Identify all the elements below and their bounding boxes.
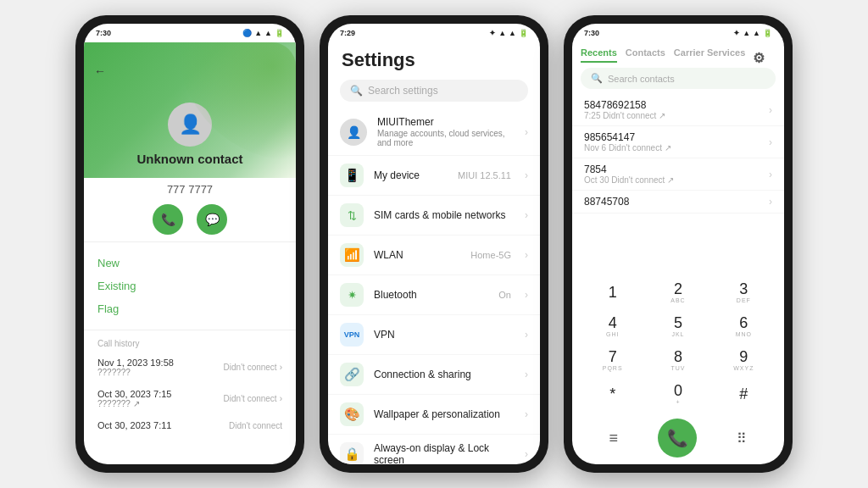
dialer-pad: 1 2 ABC 3 DEF 4 GHI 5 JKL 6 MNO bbox=[572, 273, 784, 413]
dialer-screen: 7:30 ✦ ▲ ▲ 🔋 ⚙ Recents Contacts Carrier … bbox=[572, 24, 784, 464]
settings-label-wlan: WLAN bbox=[374, 249, 460, 261]
recent-list: 58478692158 7:25 Didn't connect ↗ › 9856… bbox=[572, 94, 784, 273]
contact-links: New Existing Flag bbox=[84, 246, 296, 326]
settings-label-sim: SIM cards & mobile networks bbox=[374, 209, 515, 221]
recent-item-0[interactable]: 58478692158 7:25 Didn't connect ↗ › bbox=[572, 94, 784, 126]
bluetooth-value: On bbox=[498, 290, 511, 300]
bt-icon-3: ✦ bbox=[733, 29, 740, 37]
divider-1 bbox=[84, 241, 296, 242]
gear-button[interactable]: ⚙ bbox=[745, 44, 772, 71]
call-button[interactable]: 📞 bbox=[153, 204, 183, 235]
call-date-2: Oct 30, 2023 7:11 bbox=[97, 420, 171, 430]
call-button-dialer[interactable]: 📞 bbox=[658, 419, 697, 458]
settings-item-device[interactable]: 📱 My device MIUI 12.5.11 › bbox=[328, 156, 540, 196]
dialer-bottom: ≡ 📞 ⠿ bbox=[572, 413, 784, 464]
dial-key-8[interactable]: 8 TUV bbox=[646, 344, 709, 376]
settings-label-bluetooth: Bluetooth bbox=[374, 289, 488, 301]
settings-label-lock: Always-on display & Lock screen bbox=[374, 442, 515, 464]
phone-1: 7:30 🔵 ▲ ▲ 🔋 ← 👤 Unknown contact 777 777… bbox=[75, 15, 304, 473]
wifi-icon-3: ▲ bbox=[753, 29, 760, 37]
dial-key-star[interactable]: * bbox=[581, 378, 644, 410]
contact-name: Unknown contact bbox=[136, 152, 242, 166]
menu-icon[interactable]: ≡ bbox=[609, 430, 619, 447]
status-icons-1: 🔵 ▲ ▲ 🔋 bbox=[242, 29, 284, 37]
message-button[interactable]: 💬 bbox=[197, 204, 227, 235]
recent-item-2[interactable]: 7854 Oct 30 Didn't connect ↗ › bbox=[572, 158, 784, 191]
recent-item-3[interactable]: 88745708 › bbox=[572, 191, 784, 214]
dial-key-3[interactable]: 3 DEF bbox=[712, 276, 776, 308]
settings-item-bluetooth[interactable]: ✴ Bluetooth On › bbox=[328, 275, 540, 315]
link-flag[interactable]: Flag bbox=[97, 298, 282, 319]
chevron-icon-wallpaper: › bbox=[525, 408, 528, 420]
recent-num-2: 7854 bbox=[584, 164, 674, 175]
settings-item-account[interactable]: 👤 MIUIThemer Manage accounts, cloud serv… bbox=[328, 108, 540, 156]
chevron-recent-1: › bbox=[769, 136, 772, 148]
settings-text-sim: SIM cards & mobile networks bbox=[374, 209, 515, 221]
phone-number: 777 7777 bbox=[84, 183, 296, 196]
wallpaper-icon: 🎨 bbox=[340, 402, 364, 426]
grid-icon[interactable]: ⠿ bbox=[737, 430, 747, 446]
dial-key-0[interactable]: 0 + bbox=[646, 378, 709, 410]
chevron-icon-vpn: › bbox=[525, 329, 528, 341]
chevron-recent-2: › bbox=[769, 169, 772, 180]
settings-text-wlan: WLAN bbox=[374, 249, 460, 261]
contact-screen: 7:30 🔵 ▲ ▲ 🔋 ← 👤 Unknown contact 777 777… bbox=[84, 24, 296, 464]
settings-text-connection: Connection & sharing bbox=[374, 369, 515, 380]
call-date-1: Oct 30, 2023 7:15 bbox=[97, 389, 171, 399]
link-existing[interactable]: Existing bbox=[97, 275, 282, 297]
dial-key-7[interactable]: 7 PQRS bbox=[581, 344, 644, 376]
call-item-2: Oct 30, 2023 7:11 Didn't connect bbox=[84, 414, 296, 436]
tab-recents[interactable]: Recents bbox=[581, 47, 617, 63]
recent-item-1[interactable]: 985654147 Nov 6 Didn't connect ↗ › bbox=[572, 126, 784, 158]
vpn-icon: VPN bbox=[340, 323, 364, 347]
call-item-1: Oct 30, 2023 7:15 ??????? ↗ Didn't conne… bbox=[84, 383, 296, 414]
dial-key-6[interactable]: 6 MNO bbox=[712, 310, 776, 342]
settings-item-wallpaper[interactable]: 🎨 Wallpaper & personalization › bbox=[328, 395, 540, 435]
chevron-icon-sim: › bbox=[525, 209, 528, 221]
battery-icon: 🔋 bbox=[275, 29, 284, 37]
settings-item-lock[interactable]: 🔒 Always-on display & Lock screen › bbox=[328, 435, 540, 464]
tab-contacts[interactable]: Contacts bbox=[626, 47, 665, 63]
dial-key-1[interactable]: 1 bbox=[581, 276, 644, 308]
call-status-0: Didn't connect › bbox=[224, 363, 282, 372]
chevron-icon-wlan: › bbox=[525, 249, 528, 261]
call-date-0: Nov 1, 2023 19:58 bbox=[97, 358, 174, 368]
signal-icon-3: ▲ bbox=[743, 29, 750, 37]
settings-item-vpn[interactable]: VPN VPN › bbox=[328, 315, 540, 355]
connection-icon: 🔗 bbox=[340, 363, 364, 386]
device-icon: 📱 bbox=[340, 164, 364, 187]
status-bar-2: 7:29 ✦ ▲ ▲ 🔋 bbox=[328, 24, 540, 42]
settings-item-connection[interactable]: 🔗 Connection & sharing › bbox=[328, 355, 540, 395]
settings-label-wallpaper: Wallpaper & personalization bbox=[374, 408, 515, 420]
recent-sub-1: Nov 6 Didn't connect ↗ bbox=[584, 143, 671, 152]
settings-text-vpn: VPN bbox=[374, 329, 515, 341]
status-icons-2: ✦ ▲ ▲ 🔋 bbox=[489, 29, 528, 37]
recent-sub-2: Oct 30 Didn't connect ↗ bbox=[584, 175, 674, 185]
link-new[interactable]: New bbox=[97, 252, 282, 274]
dial-key-5[interactable]: 5 JKL bbox=[646, 310, 709, 342]
dial-key-hash[interactable]: # bbox=[712, 378, 776, 410]
settings-title: Settings bbox=[328, 42, 540, 76]
time-1: 7:30 bbox=[96, 29, 111, 37]
chevron-icon-account: › bbox=[525, 126, 528, 138]
dial-key-2[interactable]: 2 ABC bbox=[646, 276, 709, 308]
settings-text-device: My device bbox=[374, 169, 448, 181]
dial-key-9[interactable]: 9 WXYZ bbox=[712, 344, 776, 376]
settings-item-sim[interactable]: ⇅ SIM cards & mobile networks › bbox=[328, 196, 540, 236]
tab-carrier[interactable]: Carrier Services bbox=[674, 47, 745, 63]
back-button[interactable]: ← bbox=[94, 64, 106, 78]
signal-icon-2: ▲ bbox=[498, 29, 506, 37]
search-placeholder-3: Search contacts bbox=[608, 74, 675, 84]
call-num-0: ??????? bbox=[97, 368, 174, 377]
settings-text-bluetooth: Bluetooth bbox=[374, 289, 488, 301]
recent-num-3: 88745708 bbox=[584, 196, 629, 208]
phone-3: 7:30 ✦ ▲ ▲ 🔋 ⚙ Recents Contacts Carrier … bbox=[564, 15, 793, 473]
settings-search[interactable]: 🔍 Search settings bbox=[340, 80, 528, 102]
settings-label-device: My device bbox=[374, 169, 448, 181]
settings-text-account: MIUIThemer Manage accounts, cloud servic… bbox=[377, 116, 515, 147]
phone-2: 7:29 ✦ ▲ ▲ 🔋 Settings 🔍 Search settings … bbox=[320, 15, 548, 473]
dial-key-4[interactable]: 4 GHI bbox=[581, 310, 644, 342]
time-3: 7:30 bbox=[584, 29, 599, 37]
settings-text-lock: Always-on display & Lock screen bbox=[374, 442, 515, 464]
settings-item-wlan[interactable]: 📶 WLAN Home-5G › bbox=[328, 236, 540, 275]
